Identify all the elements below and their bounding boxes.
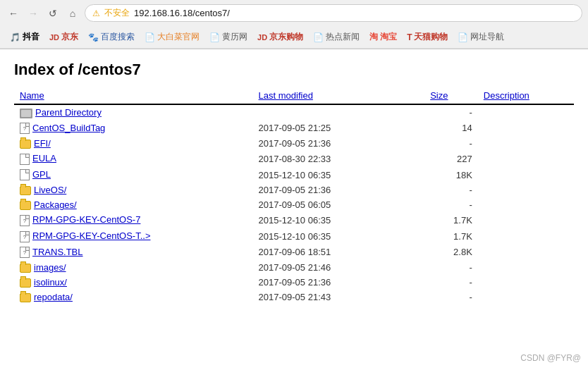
file-link[interactable]: images/ (34, 262, 66, 273)
bookmark-tiktok[interactable]: 🎵 抖音 (6, 29, 44, 45)
file-name-cell: GPL (14, 167, 253, 183)
file-modified-cell: 2015-12-10 06:35 (253, 167, 425, 183)
back-button[interactable]: ← (6, 6, 21, 21)
table-row: GPL2015-12-10 06:3518K (14, 167, 574, 183)
file-link[interactable]: CentOS_BuildTag (32, 123, 105, 133)
file-name-cell: LiveOS/ (14, 183, 253, 197)
file-modified-cell: 2017-09-05 06:05 (253, 197, 425, 212)
bookmarks-bar: 🎵 抖音 JD 京东 🐾 百度搜索 📄 大白菜官网 📄 黄历网 JD 京东购物 … (0, 26, 588, 49)
file-link[interactable]: RPM-GPG-KEY-CentOS-T..> (32, 230, 150, 241)
file-modified-cell: 2017-09-05 21:36 (253, 136, 425, 151)
file-link[interactable]: EULA (32, 153, 56, 164)
file-name-cell: ?TRANS.TBL (14, 245, 253, 261)
file-desc-cell (478, 228, 574, 245)
baidu-icon: 🐾 (88, 32, 99, 42)
file-link[interactable]: RPM-GPG-KEY-CentOS-7 (32, 214, 140, 225)
folder-icon (20, 186, 31, 195)
address-bar[interactable]: ⚠ 不安全 (85, 4, 582, 22)
table-row: Packages/2017-09-05 06:05- (14, 197, 574, 212)
file-link[interactable]: Parent Directory (35, 107, 102, 118)
bookmark-label: 天猫购物 (414, 31, 448, 43)
page-content: Index of /centos7 Name Last modified Siz… (0, 49, 588, 316)
bookmark-tmall[interactable]: T 天猫购物 (403, 29, 452, 45)
file-modified-cell: 2017-09-05 21:43 (253, 290, 425, 304)
file-desc-cell (478, 136, 574, 151)
bookmark-label: 黄历网 (222, 31, 247, 43)
folder-icon (20, 140, 31, 149)
file-desc-cell (478, 212, 574, 228)
file-modified-cell: 2015-12-10 06:35 (253, 228, 425, 245)
file-link[interactable]: EFI/ (34, 138, 51, 149)
file-size-cell: 1.7K (424, 212, 478, 228)
sort-by-size-link[interactable]: Size (430, 90, 448, 101)
file-desc-cell (478, 275, 574, 290)
table-row: ?CentOS_BuildTag2017-09-05 21:2514 (14, 121, 574, 137)
bookmark-huangli[interactable]: 📄 黄历网 (205, 29, 252, 45)
file-desc-cell (478, 245, 574, 261)
file-size-cell: 227 (424, 151, 478, 167)
file-link[interactable]: TRANS.TBL (32, 247, 83, 257)
file-size-cell: - (424, 290, 478, 304)
sort-by-desc-link[interactable]: Description (484, 90, 529, 101)
file-name-cell: Packages/ (14, 197, 253, 212)
reload-button[interactable]: ↺ (45, 6, 61, 21)
bookmark-jd[interactable]: JD 京东 (45, 29, 82, 45)
file-name-cell: repodata/ (14, 290, 253, 304)
table-row: Parent Directory- (14, 104, 574, 121)
warning-icon: ⚠ (92, 8, 100, 18)
home-button[interactable]: ⌂ (65, 6, 80, 21)
file-desc-cell (478, 183, 574, 197)
bookmark-label: 京东 (61, 31, 78, 43)
file-link[interactable]: GPL (32, 169, 51, 180)
file-name-cell: EULA (14, 151, 253, 167)
bookmark-label: 百度搜索 (101, 31, 135, 43)
file-modified-cell: 2017-08-30 22:33 (253, 151, 425, 167)
file-size-cell: - (424, 275, 478, 290)
navigation-bar: ← → ↺ ⌂ ⚠ 不安全 (0, 0, 588, 26)
table-row: images/2017-09-05 21:46- (14, 260, 574, 275)
file-desc-cell (478, 197, 574, 212)
file-name-cell: ?RPM-GPG-KEY-CentOS-T..> (14, 228, 253, 245)
col-header-name: Name (14, 87, 253, 104)
bookmark-label: 京东购物 (269, 31, 303, 43)
file-name-cell: isolinux/ (14, 275, 253, 290)
bookmark-baidu[interactable]: 🐾 百度搜索 (84, 29, 139, 45)
file-modified-cell (253, 104, 425, 121)
url-input[interactable] (134, 8, 575, 18)
file-link[interactable]: Packages/ (34, 199, 77, 210)
tmall-icon: T (407, 32, 412, 42)
sort-by-name-link[interactable]: Name (20, 90, 44, 101)
bookmark-news[interactable]: 📄 热点新闻 (309, 29, 364, 45)
folder-icon (20, 201, 31, 210)
bookmark-label: 大白菜官网 (157, 31, 200, 43)
table-row: EULA2017-08-30 22:33227 (14, 151, 574, 167)
watermark: CSDN @FYR@ (520, 353, 581, 363)
file-link[interactable]: LiveOS/ (34, 185, 66, 195)
file-desc-cell (478, 104, 574, 121)
bookmark-dabai[interactable]: 📄 大白菜官网 (140, 29, 204, 45)
table-row: repodata/2017-09-05 21:43- (14, 290, 574, 304)
col-header-modified: Last modified (253, 87, 425, 104)
parent-dir-icon (20, 109, 32, 118)
file-desc-cell (478, 260, 574, 275)
file-listing-table: Name Last modified Size Description Pare… (14, 87, 574, 304)
table-row: ?RPM-GPG-KEY-CentOS-72015-12-10 06:351.7… (14, 212, 574, 228)
col-header-description: Description (478, 87, 574, 104)
table-header-row: Name Last modified Size Description (14, 87, 574, 104)
table-row: ?TRANS.TBL2017-09-06 18:512.8K (14, 245, 574, 261)
bookmark-label: 抖音 (23, 31, 39, 43)
bookmark-jd-shopping[interactable]: JD 京东购物 (253, 29, 307, 45)
file-unknown-icon: ? (20, 215, 30, 226)
folder-icon (20, 278, 31, 288)
file-name-cell: EFI/ (14, 136, 253, 151)
table-row: isolinux/2017-09-05 21:36- (14, 275, 574, 290)
sort-by-modified-link[interactable]: Last modified (259, 90, 313, 101)
forward-button[interactable]: → (25, 6, 41, 21)
file-modified-cell: 2017-09-05 21:36 (253, 275, 425, 290)
bookmark-taobao[interactable]: 淘 淘宝 (365, 29, 401, 45)
file-modified-cell: 2017-09-05 21:25 (253, 121, 425, 137)
bookmark-nav[interactable]: 📄 网址导航 (453, 29, 508, 45)
file-desc-cell (478, 151, 574, 167)
file-link[interactable]: isolinux/ (34, 277, 67, 288)
file-link[interactable]: repodata/ (34, 292, 73, 302)
